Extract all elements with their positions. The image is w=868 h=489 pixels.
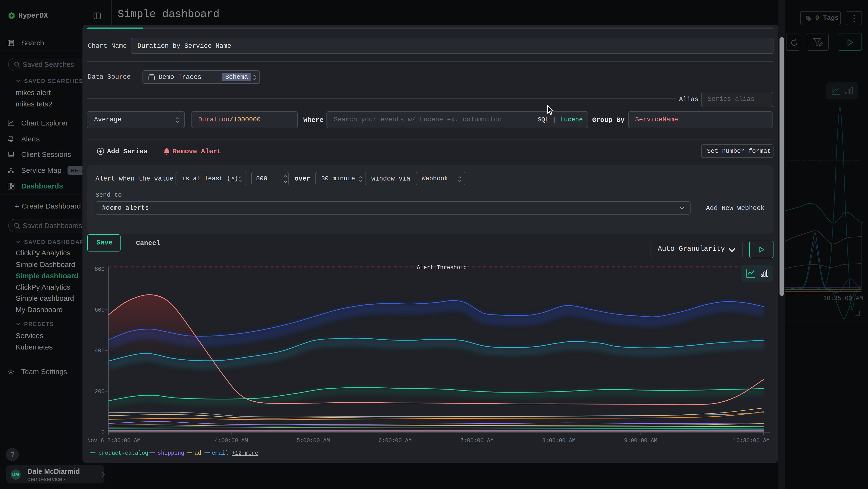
svg-text:product-catalog: product-catalog [98, 450, 148, 456]
svg-text:Nov 6 2:30:00 AM: Nov 6 2:30:00 AM [87, 438, 141, 444]
svg-text:email: email [212, 450, 228, 456]
svg-text:400: 400 [95, 348, 105, 354]
svg-text:4:00:00 AM: 4:00:00 AM [215, 438, 248, 444]
svg-text:7:00:00 AM: 7:00:00 AM [460, 438, 494, 444]
svg-text:0: 0 [101, 430, 105, 436]
svg-text:ad: ad [194, 450, 201, 456]
svg-text:9:00:00 AM: 9:00:00 AM [624, 438, 657, 444]
svg-text:shipping: shipping [158, 450, 184, 456]
svg-text:8:00:00 AM: 8:00:00 AM [542, 438, 576, 444]
svg-text:10:30:00 AM: 10:30:00 AM [733, 438, 770, 444]
svg-text:Alert Threshold: Alert Threshold [417, 264, 467, 271]
svg-text:6:00:00 AM: 6:00:00 AM [378, 438, 412, 444]
svg-text:5:00:00 AM: 5:00:00 AM [297, 438, 330, 444]
svg-text:+12 more: +12 more [232, 450, 258, 456]
svg-text:200: 200 [95, 389, 105, 395]
svg-text:800: 800 [95, 266, 105, 272]
svg-text:600: 600 [95, 307, 105, 313]
